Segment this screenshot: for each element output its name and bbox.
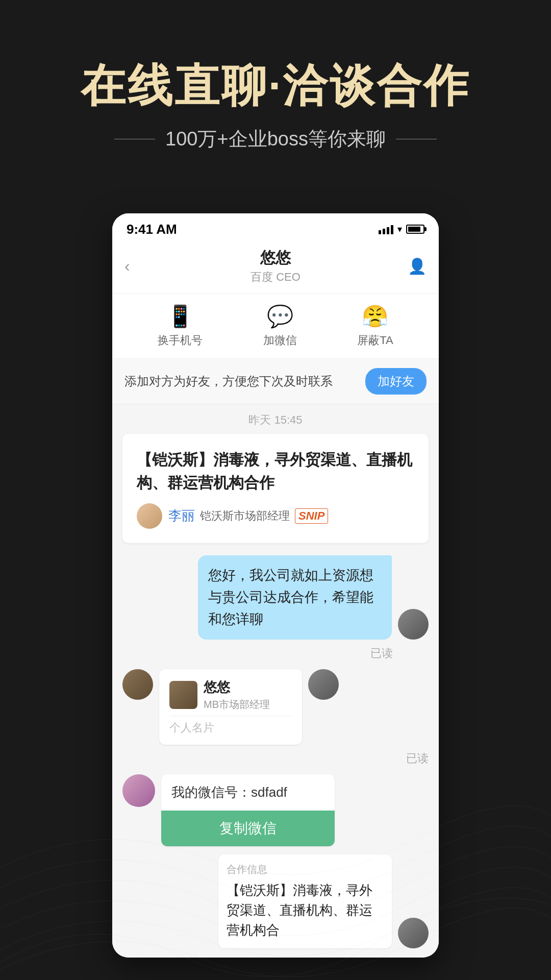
business-card: 悠悠 MB市场部经理 个人名片 [159, 669, 302, 745]
coop-card: 合作信息 【铠沃斯】消毒液，寻外贸渠道、直播机构、群运营机构合 [218, 854, 392, 948]
phone-icon: 📱 [167, 304, 193, 329]
notification-title: 【铠沃斯】消毒液，寻外贸渠道、直播机构、群运营机构合作 [137, 448, 414, 494]
person-icon: 👤 [408, 258, 427, 275]
chat-name: 悠悠 [145, 248, 406, 268]
coop-label: 合作信息 [227, 863, 384, 876]
message-bubble-user: 您好，我公司就如上资源想与贵公司达成合作，希望能和您详聊 [198, 555, 392, 640]
copy-wechat-button[interactable]: 复制微信 [161, 811, 335, 846]
user-avatar-right [398, 609, 429, 640]
main-title: 在线直聊·洽谈合作 [41, 61, 510, 111]
bc-name: 悠悠 [204, 678, 270, 696]
wechat-icon: 💬 [267, 304, 293, 329]
add-friend-text: 添加对方为好友，方便您下次及时联系 [124, 373, 333, 389]
header-section: 在线直聊·洽谈合作 100万+企业boss等你来聊 [0, 0, 551, 183]
subtitle-line-right [396, 139, 437, 139]
subtitle-text: 100万+企业boss等你来聊 [165, 126, 386, 152]
action-change-phone[interactable]: 📱 换手机号 [158, 304, 203, 348]
snip-badge: SNIP [295, 508, 328, 524]
wifi-icon: ▾ [397, 224, 402, 235]
message-row-wechat: 我的微信号：sdfadf 复制微信 [112, 770, 439, 850]
message-row-coop: 合作信息 【铠沃斯】消毒液，寻外贸渠道、直播机构、群运营机构合 [112, 850, 439, 952]
bc-avatar [169, 681, 197, 709]
sender-name: 李丽 [168, 507, 195, 525]
action-add-wechat[interactable]: 💬 加微信 [263, 304, 297, 348]
phone-mockup: 9:41 AM ▾ ‹ 悠悠 百度 CEO [112, 213, 439, 958]
wechat-msg-text: 我的微信号：sdfadf [171, 782, 287, 802]
own-avatar-small [308, 669, 339, 700]
chat-header: ‹ 悠悠 百度 CEO 👤 [112, 241, 439, 293]
action-block-label: 屏蔽TA [357, 333, 393, 348]
status-time: 9:41 AM [127, 222, 177, 237]
back-button[interactable]: ‹ [124, 257, 145, 276]
bc-avatar-row: 悠悠 MB市场部经理 [169, 678, 292, 712]
wechat-msg-row: 我的微信号：sdfadf [161, 774, 335, 811]
action-add-wechat-label: 加微信 [263, 333, 297, 348]
read-status-1: 已读 [112, 644, 439, 665]
chat-subtitle: 百度 CEO [145, 270, 406, 285]
notification-sender: 李丽 铠沃斯市场部经理 SNIP [137, 503, 414, 529]
wechat-card: 我的微信号：sdfadf 复制微信 [161, 774, 335, 846]
status-icons: ▾ [379, 224, 424, 235]
signal-icon [379, 224, 393, 234]
sender-avatar-left [122, 669, 153, 700]
subtitle-row: 100万+企业boss等你来聊 [41, 126, 510, 152]
profile-button[interactable]: 👤 [406, 257, 427, 275]
action-bar: 📱 换手机号 💬 加微信 😤 屏蔽TA [112, 293, 439, 359]
bc-role: MB市场部经理 [204, 698, 270, 712]
bc-info: 悠悠 MB市场部经理 [204, 678, 270, 712]
chat-title-area: 悠悠 百度 CEO [145, 248, 406, 285]
action-change-phone-label: 换手机号 [158, 333, 203, 348]
message-row-right-1: 您好，我公司就如上资源想与贵公司达成合作，希望能和您详聊 [112, 551, 439, 644]
block-icon: 😤 [362, 304, 388, 329]
battery-icon [406, 225, 424, 234]
message-text-user: 您好，我公司就如上资源想与贵公司达成合作，希望能和您详聊 [208, 568, 373, 627]
sender-info: 李丽 铠沃斯市场部经理 SNIP [168, 507, 328, 525]
notification-card: 【铠沃斯】消毒液，寻外贸渠道、直播机构、群运营机构合作 李丽 铠沃斯市场部经理 … [122, 434, 429, 543]
sender-role: 铠沃斯市场部经理 [200, 508, 290, 524]
action-block[interactable]: 😤 屏蔽TA [357, 304, 393, 348]
status-bar: 9:41 AM ▾ [112, 213, 439, 241]
message-row-left-1: 悠悠 MB市场部经理 个人名片 [112, 665, 439, 749]
user-avatar-coop [398, 918, 429, 948]
bc-label: 个人名片 [169, 716, 292, 736]
read-status-2: 已读 [112, 749, 439, 770]
add-friend-bar: 添加对方为好友，方便您下次及时联系 加好友 [112, 359, 439, 404]
phone-container: 9:41 AM ▾ ‹ 悠悠 百度 CEO [0, 213, 551, 958]
sender-avatar [137, 503, 162, 529]
chat-body: 昨天 15:45 【铠沃斯】消毒液，寻外贸渠道、直播机构、群运营机构合作 李丽 … [112, 404, 439, 958]
message-timestamp: 昨天 15:45 [112, 404, 439, 434]
subtitle-line-left [114, 139, 155, 139]
add-friend-button[interactable]: 加好友 [365, 368, 427, 395]
wechat-sender-avatar [122, 774, 155, 807]
coop-text: 【铠沃斯】消毒液，寻外贸渠道、直播机构、群运营机构合 [227, 880, 384, 940]
